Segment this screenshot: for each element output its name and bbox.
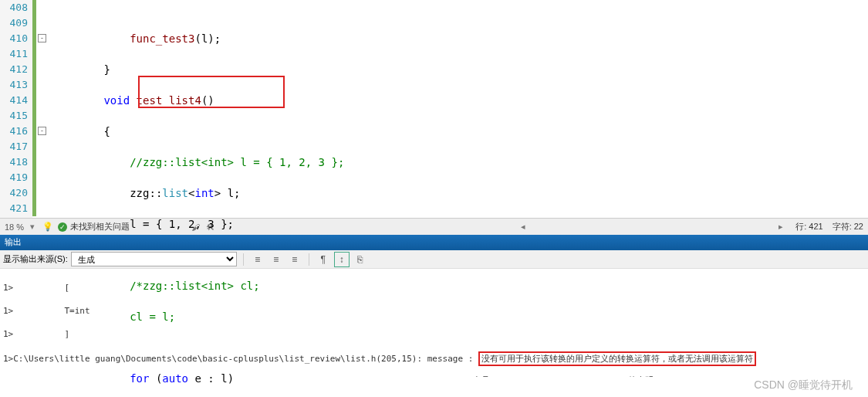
code-content[interactable]: func_test3(l); } void test_list4() { //z… [49, 0, 868, 218]
code-editor[interactable]: 408 409 410 411 412 413 414 415 416 417 … [0, 0, 868, 218]
fold-toggle-icon[interactable]: - [38, 34, 46, 42]
fold-gutter: - - [36, 0, 49, 218]
line-number-gutter: 408 409 410 411 412 413 414 415 416 417 … [0, 0, 32, 218]
zoom-dropdown-icon[interactable]: ▾ [30, 222, 35, 232]
zoom-level[interactable]: 18 % [5, 222, 24, 232]
fold-toggle-icon[interactable]: - [38, 127, 46, 135]
